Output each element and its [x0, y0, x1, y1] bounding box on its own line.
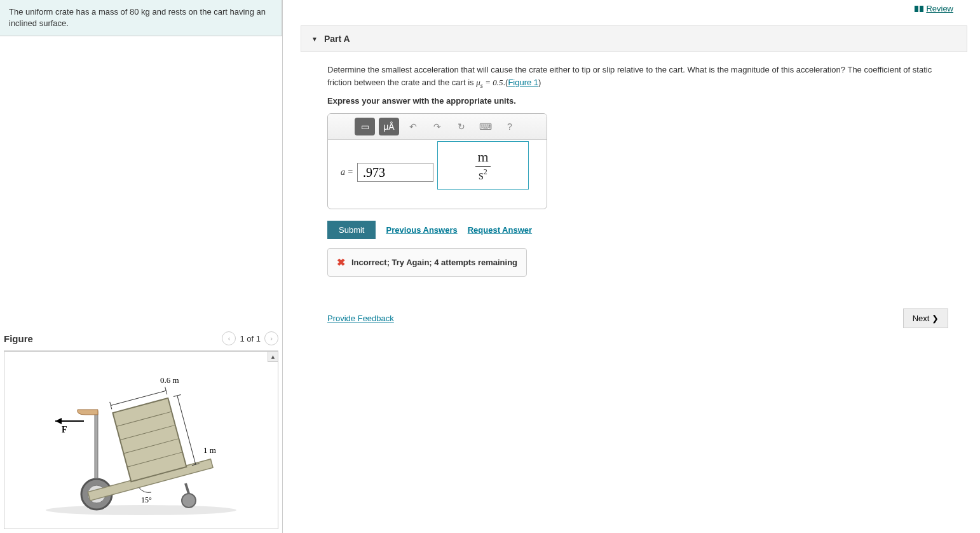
answer-value-input[interactable]	[357, 163, 433, 182]
express-instruction: Express your answer with the appropriate…	[327, 96, 948, 106]
figure-title: Figure	[4, 333, 33, 344]
svg-marker-20	[55, 418, 62, 424]
submit-row: Submit Previous Answers Request Answer	[327, 221, 948, 239]
angle-label: 15°	[141, 495, 152, 504]
templates-button[interactable]: ▭	[355, 118, 375, 135]
figure-prev-button[interactable]: ‹	[222, 331, 236, 345]
submit-button[interactable]: Submit	[327, 221, 376, 239]
variable-label: a =	[341, 167, 353, 177]
unit-denominator: s2	[475, 168, 491, 182]
review-link[interactable]: Review	[915, 4, 953, 13]
redo-button[interactable]: ↷	[427, 118, 447, 135]
next-button[interactable]: Next ❯	[903, 308, 948, 328]
answer-toolbar: ▭ μÅ ↶ ↷ ↻ ⌨ ?	[328, 114, 547, 140]
figure-next-button[interactable]: ›	[264, 331, 278, 345]
undo-button[interactable]: ↶	[403, 118, 423, 135]
left-panel: The uniform crate has a mass of 80 kg an…	[0, 0, 283, 533]
question-pre: Determine the smallest acceleration that…	[327, 65, 932, 87]
svg-rect-18	[95, 412, 98, 478]
feedback-message: Incorrect; Try Again; 4 attempts remaini…	[351, 258, 517, 267]
figure-scroll-up[interactable]: ▲	[268, 352, 278, 362]
figure-image: ▲	[4, 351, 278, 529]
crate-cart-diagram: F 15° 0.6 m 1 m	[27, 357, 255, 523]
figure-link[interactable]: Figure 1	[508, 78, 538, 87]
keyboard-button[interactable]: ⌨	[475, 118, 496, 135]
problem-text: The uniform crate has a mass of 80 kg an…	[9, 7, 266, 28]
previous-answers-link[interactable]: Previous Answers	[386, 225, 457, 235]
right-panel: Review ▼ Part A Determine the smallest a…	[283, 0, 980, 533]
answer-input-row: a = m s2	[328, 140, 547, 209]
review-label: Review	[926, 4, 953, 13]
width-dimension: 0.6 m	[160, 375, 179, 385]
question-text: Determine the smallest acceleration that…	[327, 64, 948, 90]
units-button[interactable]: μÅ	[379, 118, 399, 135]
help-button[interactable]: ?	[500, 118, 520, 135]
part-body: Determine the smallest acceleration that…	[301, 52, 967, 328]
feedback-box: ✖ Incorrect; Try Again; 4 attempts remai…	[327, 248, 527, 277]
bottom-row: Provide Feedback Next ❯	[327, 308, 948, 328]
incorrect-icon: ✖	[337, 256, 345, 268]
mu-expression: μs = 0.5	[476, 78, 503, 87]
request-answer-link[interactable]: Request Answer	[468, 225, 532, 235]
height-dimension: 1 m	[203, 445, 216, 455]
force-label: F	[62, 425, 67, 434]
question-end: )	[538, 78, 541, 87]
provide-feedback-link[interactable]: Provide Feedback	[327, 314, 394, 323]
svg-line-5	[186, 483, 189, 494]
reset-button[interactable]: ↻	[451, 118, 472, 135]
figure-nav: ‹ 1 of 1 ›	[222, 331, 278, 345]
figure-section: Figure ‹ 1 of 1 › ▲	[0, 325, 282, 533]
part-header[interactable]: ▼ Part A	[301, 25, 967, 52]
problem-statement: The uniform crate has a mass of 80 kg an…	[0, 0, 282, 36]
svg-point-4	[182, 494, 196, 508]
figure-header: Figure ‹ 1 of 1 ›	[4, 329, 278, 351]
answer-box: ▭ μÅ ↶ ↷ ↻ ⌨ ? a = m s2	[327, 113, 547, 209]
svg-rect-7	[112, 398, 186, 481]
part-label: Part A	[324, 34, 350, 44]
unit-fraction: m s2	[475, 149, 491, 182]
svg-point-0	[46, 505, 236, 515]
collapse-icon: ▼	[311, 36, 318, 43]
figure-counter: 1 of 1	[240, 334, 261, 343]
unit-numerator: m	[475, 149, 491, 165]
unit-input[interactable]: m s2	[437, 141, 529, 190]
